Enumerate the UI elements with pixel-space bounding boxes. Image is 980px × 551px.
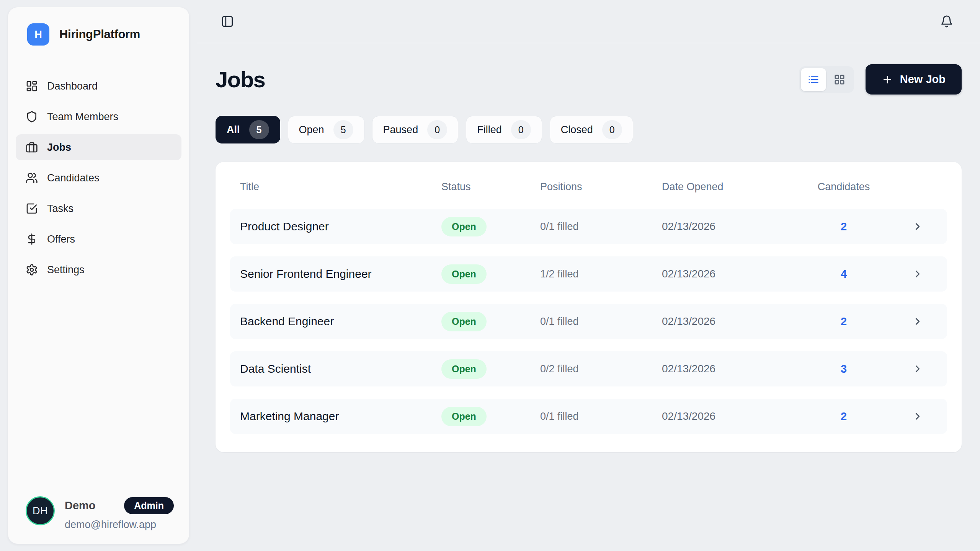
list-view-icon — [808, 74, 819, 85]
filter-tab-label: Paused — [383, 124, 418, 136]
job-candidates-count[interactable]: 3 — [815, 363, 873, 375]
sidebar-item-dashboard[interactable]: Dashboard — [16, 73, 181, 99]
filter-tab-label: Open — [299, 124, 324, 136]
table-row[interactable]: Data Scientist Open 0/2 filled 02/13/202… — [230, 351, 947, 386]
user-info: Demo Admin demo@hireflow.app — [65, 496, 174, 531]
job-title: Data Scientist — [240, 362, 441, 375]
filter-tab-label: All — [227, 124, 240, 136]
sidebar-item-settings[interactable]: Settings — [16, 257, 181, 283]
sidebar-item-label: Dashboard — [47, 80, 98, 92]
chevron-right-icon[interactable] — [912, 268, 923, 280]
chevron-right-icon[interactable] — [912, 316, 923, 327]
filter-tab-filled[interactable]: Filled 0 — [466, 116, 542, 143]
filter-tab-open[interactable]: Open 5 — [288, 116, 364, 143]
bell-icon — [940, 15, 953, 28]
content: Jobs — [197, 64, 980, 452]
role-badge: Admin — [124, 497, 174, 514]
table-header-row: Title Status Positions Date Opened Candi… — [230, 177, 947, 193]
panel-left-icon — [221, 15, 234, 28]
job-positions: 1/2 filled — [540, 268, 662, 280]
column-header-status: Status — [441, 181, 540, 193]
status-badge: Open — [441, 407, 487, 426]
job-date-opened: 02/13/2026 — [662, 363, 815, 375]
app-name: HiringPlatform — [59, 28, 140, 41]
filter-tab-label: Filled — [477, 124, 502, 136]
avatar-initials: DH — [33, 505, 48, 517]
table-row[interactable]: Product Designer Open 0/1 filled 02/13/2… — [230, 209, 947, 244]
job-candidates-count[interactable]: 2 — [815, 315, 873, 328]
briefcase-icon — [26, 141, 38, 153]
jobs-table-card: Title Status Positions Date Opened Candi… — [216, 162, 962, 452]
sidebar-toggle-button[interactable] — [221, 15, 234, 28]
sidebar-item-jobs[interactable]: Jobs — [16, 134, 181, 160]
job-title: Backend Engineer — [240, 315, 441, 328]
filter-tab-count: 5 — [333, 120, 353, 139]
sidebar-item-tasks[interactable]: Tasks — [16, 196, 181, 222]
gear-icon — [26, 264, 38, 276]
job-date-opened: 02/13/2026 — [662, 315, 815, 328]
user-block[interactable]: DH Demo Admin demo@hireflow.app — [26, 496, 174, 531]
users-icon — [26, 172, 38, 184]
filter-tab-count: 0 — [602, 120, 622, 139]
page-title: Jobs — [216, 67, 265, 92]
sidebar: H HiringPlatform Dashboard Team Members … — [8, 7, 189, 544]
sidebar-item-label: Candidates — [47, 172, 100, 184]
notifications-button[interactable] — [940, 15, 953, 28]
new-job-button[interactable]: New Job — [866, 64, 962, 95]
column-header-date-opened: Date Opened — [662, 181, 815, 193]
dashboard-icon — [26, 80, 38, 92]
topbar — [197, 0, 980, 43]
filter-tab-all[interactable]: All 5 — [216, 116, 280, 143]
view-list-button[interactable] — [801, 68, 826, 91]
dollar-icon — [26, 233, 38, 245]
user-name: Demo — [65, 499, 96, 512]
status-badge: Open — [441, 217, 487, 236]
column-header-title: Title — [240, 181, 441, 193]
column-header-positions: Positions — [540, 181, 662, 193]
filter-tab-count: 0 — [511, 120, 531, 139]
grid-view-icon — [834, 74, 845, 85]
sidebar-item-label: Team Members — [47, 111, 118, 123]
sidebar-item-candidates[interactable]: Candidates — [16, 165, 181, 191]
filter-tab-paused[interactable]: Paused 0 — [372, 116, 459, 143]
job-candidates-count[interactable]: 2 — [815, 410, 873, 423]
sidebar-item-label: Jobs — [47, 142, 71, 153]
filter-tab-count: 5 — [249, 120, 269, 139]
job-date-opened: 02/13/2026 — [662, 410, 815, 422]
column-header-candidates: Candidates — [815, 181, 873, 193]
table-row[interactable]: Senior Frontend Engineer Open 1/2 filled… — [230, 256, 947, 292]
job-candidates-count[interactable]: 4 — [815, 268, 873, 280]
plus-icon — [882, 74, 893, 85]
chevron-right-icon[interactable] — [912, 363, 923, 375]
new-job-label: New Job — [900, 73, 946, 86]
job-candidates-count[interactable]: 2 — [815, 220, 873, 233]
shield-icon — [26, 111, 38, 123]
filter-tab-closed[interactable]: Closed 0 — [550, 116, 633, 143]
job-title: Product Designer — [240, 220, 441, 233]
status-badge: Open — [441, 264, 487, 284]
job-positions: 0/1 filled — [540, 221, 662, 233]
table-row[interactable]: Marketing Manager Open 0/1 filled 02/13/… — [230, 399, 947, 434]
sidebar-item-offers[interactable]: Offers — [16, 226, 181, 252]
view-grid-button[interactable] — [827, 68, 852, 91]
job-positions: 0/1 filled — [540, 411, 662, 422]
main-area: Jobs — [197, 0, 980, 551]
job-title: Marketing Manager — [240, 410, 441, 423]
check-square-icon — [26, 202, 38, 215]
table-body: Product Designer Open 0/1 filled 02/13/2… — [230, 209, 947, 434]
chevron-right-icon[interactable] — [912, 411, 923, 422]
filter-tab-label: Closed — [561, 124, 593, 136]
sidebar-nav: Dashboard Team Members Jobs Candidates T… — [16, 73, 181, 283]
status-badge: Open — [441, 359, 487, 379]
app-logo: H — [27, 23, 49, 46]
status-badge: Open — [441, 312, 487, 331]
table-row[interactable]: Backend Engineer Open 0/1 filled 02/13/2… — [230, 304, 947, 339]
app-logo-letter: H — [34, 29, 42, 41]
chevron-right-icon[interactable] — [912, 221, 923, 232]
filter-tabs: All 5 Open 5 Paused 0 Filled 0 Closed 0 — [216, 116, 962, 143]
view-toggle — [799, 66, 854, 93]
job-positions: 0/1 filled — [540, 316, 662, 328]
job-date-opened: 02/13/2026 — [662, 220, 815, 233]
sidebar-item-team-members[interactable]: Team Members — [16, 104, 181, 130]
job-positions: 0/2 filled — [540, 363, 662, 375]
